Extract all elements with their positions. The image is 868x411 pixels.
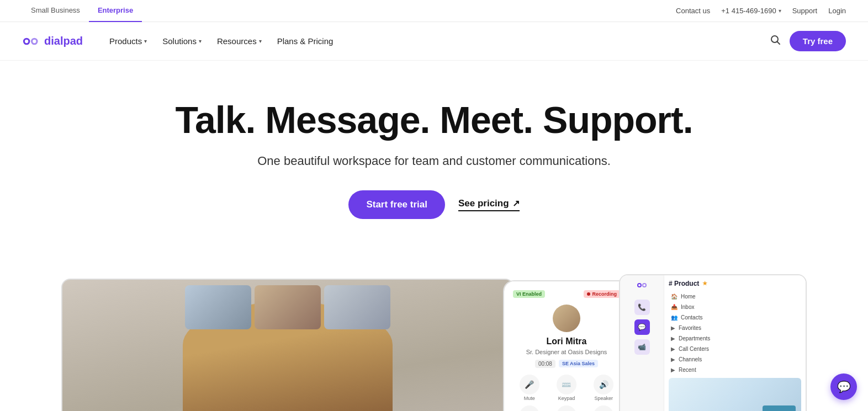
mute-icon: 🎤 <box>520 375 539 394</box>
chat-message-icon[interactable]: 💬 <box>634 319 650 335</box>
caller-name: Lori Mitra <box>513 337 620 346</box>
utility-bar: Small Business Enterprise Contact us +1 … <box>0 0 868 22</box>
see-pricing-text: See pricing <box>458 198 509 209</box>
phone-selector[interactable]: +1 415-469-1690 ▾ <box>721 7 781 15</box>
keypad-button[interactable]: ⌨️ Keypad <box>550 375 583 401</box>
mute-label: Mute <box>524 396 535 401</box>
svg-point-3 <box>33 39 36 42</box>
search-icon <box>770 34 781 45</box>
search-button[interactable] <box>770 34 781 48</box>
inbox-icon: 📥 <box>671 304 678 310</box>
hold-icon: ⏸ <box>557 405 576 411</box>
try-free-button[interactable]: Try free <box>790 31 846 51</box>
utility-right: Contact us +1 415-469-1690 ▾ Support Log… <box>676 7 846 15</box>
external-link-icon: ↗ <box>512 198 520 209</box>
chat-nav-home[interactable]: 🏠 Home <box>669 292 801 301</box>
caller-avatar <box>553 305 580 332</box>
chat-nav-call-centers[interactable]: ▶ Call Centers <box>669 344 801 354</box>
phone-badges: VI Enabled Recording <box>513 290 620 298</box>
home-icon: 🏠 <box>671 293 678 300</box>
rec-dot-icon <box>587 292 590 296</box>
dept-chevron-icon: ▶ <box>671 335 675 341</box>
chat-support-bubble[interactable]: 💬 <box>830 373 857 400</box>
speaker-button[interactable]: 🔊 Speaker <box>588 375 620 401</box>
chevron-down-icon: ▾ <box>779 8 781 14</box>
chat-nav-icons: 📞 💬 📹 <box>623 300 660 355</box>
chat-card: 📞 💬 📹 # Product ★ 🏠 Home 📥 <box>619 274 807 411</box>
chat-nav-favorites[interactable]: ▶ Favorites <box>669 323 801 333</box>
nav-products[interactable]: Products ▾ <box>103 32 154 50</box>
chat-image-preview <box>669 378 801 411</box>
phone-number: +1 415-469-1690 <box>721 7 776 15</box>
speaker-label: Speaker <box>595 396 613 401</box>
svg-point-1 <box>25 39 28 42</box>
nav-resources[interactable]: Resources ▾ <box>210 32 268 50</box>
transfer-icon: 📞 <box>594 405 613 411</box>
hero-subtitle: One beautiful workspace for team and cus… <box>11 154 857 168</box>
video-thumbnails <box>185 285 390 329</box>
login-link[interactable]: Login <box>828 7 846 15</box>
hero-cta: Start free trial See pricing ↗ <box>11 190 857 219</box>
recording-badge: Recording <box>584 290 620 298</box>
hero-section: Talk. Message. Meet. Support. One beauti… <box>0 61 868 274</box>
solutions-chevron-icon: ▾ <box>199 38 202 44</box>
channel-header: # Product ★ <box>669 280 801 287</box>
logo-text: dialpad <box>44 35 83 47</box>
hero-title: Talk. Message. Meet. Support. <box>11 99 857 141</box>
chat-mock: 📞 💬 📹 # Product ★ 🏠 Home 📥 <box>620 275 806 411</box>
chevron-right-icon: ▶ <box>671 325 675 331</box>
hold-button[interactable]: ⏸ Hold <box>550 405 583 411</box>
furniture-image <box>763 405 796 411</box>
caller-title: Sr. Designer at Oasis Designs <box>513 349 620 355</box>
chat-nav-recent[interactable]: ▶ Recent <box>669 365 801 375</box>
nav-plans[interactable]: Plans & Pricing <box>271 32 340 50</box>
add-caller-button[interactable]: 👤 Add caller <box>513 405 546 411</box>
tab-small-business[interactable]: Small Business <box>22 0 89 22</box>
speaker-icon: 🔊 <box>594 375 613 394</box>
add-caller-icon: 👤 <box>520 405 539 411</box>
vi-enabled-badge: VI Enabled <box>513 290 545 298</box>
call-controls: 🎤 Mute ⌨️ Keypad 🔊 Speaker 👤 Add caller … <box>513 375 620 411</box>
call-tag-badge: SE Asia Sales <box>559 360 598 367</box>
svg-line-5 <box>777 42 780 45</box>
video-call-card: ⏸ <box>61 279 514 411</box>
svg-point-9 <box>643 284 645 286</box>
video-thumb-3 <box>324 285 390 329</box>
chat-nav-channels[interactable]: ▶ Channels <box>669 355 801 364</box>
recent-chevron-icon: ▶ <box>671 367 675 373</box>
screenshots-section: ⏸ VI Enabled Recording Lori Mitra Sr. De… <box>0 274 868 411</box>
video-thumb-2 <box>255 285 321 329</box>
chat-video-icon[interactable]: 📹 <box>634 339 650 355</box>
chat-phone-icon[interactable]: 📞 <box>634 300 650 315</box>
chat-nav-departments[interactable]: ▶ Departments <box>669 334 801 343</box>
chat-nav-inbox[interactable]: 📥 Inbox <box>669 302 801 312</box>
main-nav: dialpad Products ▾ Solutions ▾ Resources… <box>0 22 868 61</box>
nav-solutions[interactable]: Solutions ▾ <box>156 32 208 50</box>
phone-call-card: VI Enabled Recording Lori Mitra Sr. Desi… <box>503 280 630 411</box>
chat-main-area: # Product ★ 🏠 Home 📥 Inbox 👥 Contacts <box>664 275 806 411</box>
contact-us-link[interactable]: Contact us <box>676 7 710 15</box>
svg-point-7 <box>638 284 641 286</box>
transfer-button[interactable]: 📞 Transfer <box>588 405 620 411</box>
chat-sidebar: 📞 💬 📹 <box>620 275 664 411</box>
mute-button[interactable]: 🎤 Mute <box>513 375 546 401</box>
support-link[interactable]: Support <box>792 7 818 15</box>
chat-nav-contacts[interactable]: 👥 Contacts <box>669 313 801 322</box>
chat-logo-icon <box>623 280 660 293</box>
keypad-icon: ⌨️ <box>557 375 576 394</box>
start-trial-button[interactable]: Start free trial <box>348 190 445 219</box>
utility-tabs: Small Business Enterprise <box>22 0 142 22</box>
contacts-icon: 👥 <box>671 314 678 321</box>
nav-links: Products ▾ Solutions ▾ Resources ▾ Plans… <box>103 32 340 50</box>
nav-right: Try free <box>770 31 846 51</box>
video-call-mock: ⏸ <box>62 280 513 411</box>
call-duration-badge: 00:08 <box>535 360 555 368</box>
tab-enterprise[interactable]: Enterprise <box>89 0 142 22</box>
video-thumb-1 <box>185 285 251 329</box>
see-pricing-link[interactable]: See pricing ↗ <box>458 198 520 211</box>
chat-nav-rows: 🏠 Home 📥 Inbox 👥 Contacts ▶ Favorites <box>669 292 801 375</box>
cc-chevron-icon: ▶ <box>671 346 675 352</box>
logo[interactable]: dialpad <box>22 35 83 47</box>
channel-name: # Product <box>669 280 699 287</box>
star-icon: ★ <box>702 280 707 286</box>
